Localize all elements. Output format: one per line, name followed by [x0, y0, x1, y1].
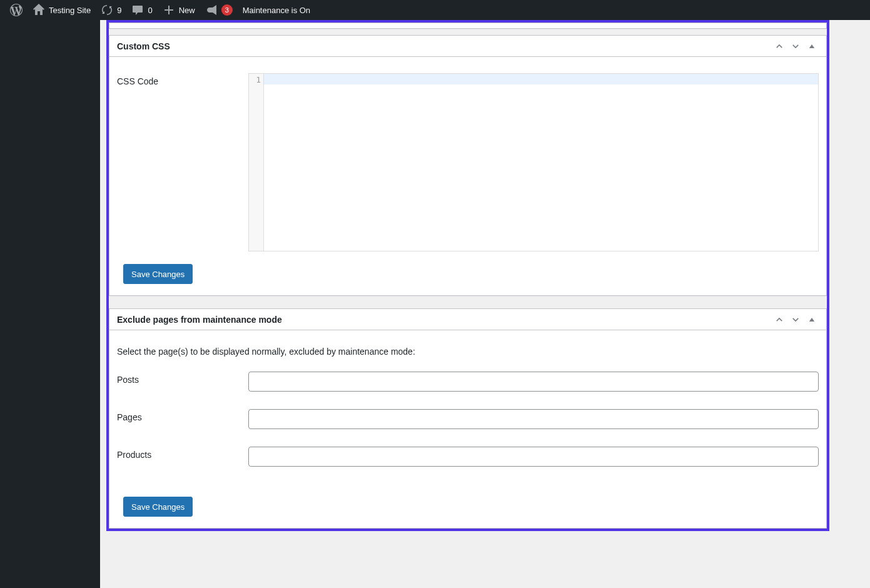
- maintenance-status[interactable]: Maintenance is On: [238, 0, 315, 20]
- posts-input[interactable]: [248, 372, 819, 392]
- products-label: Products: [117, 447, 248, 460]
- move-up-button[interactable]: [772, 39, 786, 53]
- toggle-panel-button[interactable]: [805, 39, 819, 53]
- site-name-link[interactable]: Testing Site: [28, 0, 96, 20]
- chevron-up-icon: [774, 41, 784, 51]
- move-down-button[interactable]: [789, 313, 802, 327]
- save-css-button[interactable]: Save Changes: [123, 264, 193, 284]
- chevron-up-icon: [774, 315, 784, 325]
- admin-toolbar: Testing Site 9 0 New 3 Maintenance is On: [0, 0, 870, 20]
- update-icon: [101, 4, 113, 16]
- site-name-text: Testing Site: [49, 6, 91, 15]
- gutter-line-1: 1: [249, 75, 261, 84]
- chevron-down-icon: [791, 315, 801, 325]
- products-row: Products: [117, 447, 819, 467]
- exclude-body: Select the page(s) to be displayed norma…: [109, 330, 826, 528]
- new-label: New: [179, 6, 195, 15]
- exclude-header: Exclude pages from maintenance mode: [109, 309, 826, 330]
- code-gutter: 1: [249, 74, 264, 251]
- previous-panel-edge: [109, 23, 827, 29]
- exclude-title: Exclude pages from maintenance mode: [117, 315, 282, 325]
- plugin-notice-badge: 3: [221, 4, 233, 16]
- active-line-highlight: [264, 74, 818, 84]
- wp-logo[interactable]: [5, 0, 28, 20]
- css-code-row: CSS Code 1: [117, 73, 819, 251]
- css-code-label: CSS Code: [117, 73, 248, 86]
- pages-row: Pages: [117, 409, 819, 429]
- comments-count: 0: [148, 6, 152, 15]
- save-exclude-button[interactable]: Save Changes: [123, 497, 193, 517]
- toggle-panel-button[interactable]: [805, 313, 819, 327]
- wordpress-icon: [10, 4, 23, 16]
- css-code-field: 1: [248, 73, 819, 251]
- move-down-button[interactable]: [789, 39, 802, 53]
- plugin-notice-link[interactable]: 3: [200, 0, 238, 20]
- css-code-editor[interactable]: 1: [248, 73, 819, 251]
- maintenance-label: Maintenance is On: [243, 6, 310, 15]
- panel-controls: [772, 39, 819, 53]
- custom-css-header: Custom CSS: [109, 36, 826, 57]
- move-up-button[interactable]: [772, 313, 786, 327]
- custom-css-panel: Custom CSS CSS Code: [109, 35, 827, 296]
- exclude-description: Select the page(s) to be displayed norma…: [117, 347, 819, 357]
- triangle-up-icon: [808, 316, 816, 323]
- pages-input[interactable]: [248, 409, 819, 429]
- posts-row: Posts: [117, 372, 819, 392]
- products-input[interactable]: [248, 447, 819, 467]
- content-area: Custom CSS CSS Code: [100, 20, 870, 588]
- custom-css-title: Custom CSS: [117, 41, 170, 51]
- pages-label: Pages: [117, 409, 248, 422]
- comments-link[interactable]: 0: [126, 0, 157, 20]
- megaphone-icon: [205, 4, 218, 16]
- triangle-up-icon: [808, 43, 816, 50]
- code-textarea[interactable]: [264, 74, 818, 251]
- exclude-pages-panel: Exclude pages from maintenance mode Sele…: [109, 308, 827, 529]
- panel-controls: [772, 313, 819, 327]
- custom-css-body: CSS Code 1 Save Changes: [109, 57, 826, 295]
- plus-icon: [163, 4, 175, 16]
- updates-link[interactable]: 9: [96, 0, 126, 20]
- posts-label: Posts: [117, 372, 248, 385]
- highlighted-region: Custom CSS CSS Code: [106, 20, 829, 531]
- updates-count: 9: [117, 6, 121, 15]
- chevron-down-icon: [791, 41, 801, 51]
- new-content-link[interactable]: New: [158, 0, 200, 20]
- home-icon: [33, 4, 45, 16]
- comment-icon: [131, 4, 144, 16]
